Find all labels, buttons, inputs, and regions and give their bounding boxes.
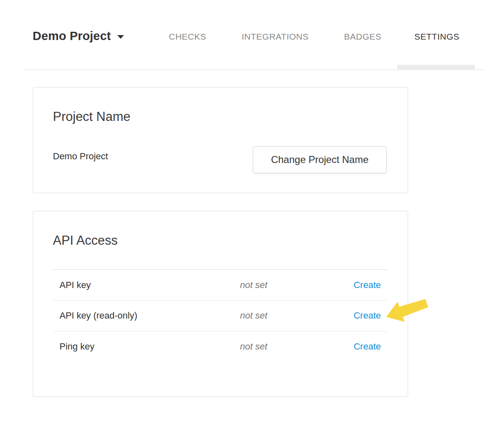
caret-down-icon (117, 35, 124, 39)
table-row-api-key-readonly: API key (read-only) not set Create (53, 300, 388, 331)
tab-checks[interactable]: CHECKS (152, 26, 223, 48)
tab-integrations[interactable]: INTEGRATIONS (223, 26, 328, 48)
project-switcher[interactable]: Demo Project (33, 28, 124, 44)
change-project-name-button[interactable]: Change Project Name (253, 146, 387, 173)
project-name-row: Demo Project Change Project Name (53, 146, 387, 173)
api-keys-table: API key not set Create API key (read-onl… (53, 269, 388, 362)
key-label: Ping key (53, 341, 240, 352)
project-title: Demo Project (33, 28, 111, 44)
key-value: not set (240, 341, 354, 352)
api-access-card: API Access API key not set Create API ke… (33, 211, 408, 397)
key-value: not set (240, 280, 354, 291)
key-label: API key (read-only) (53, 310, 240, 321)
create-api-key-link[interactable]: Create (354, 280, 388, 291)
create-readonly-api-key-link[interactable]: Create (354, 310, 388, 321)
project-settings-page: Demo Project CHECKS INTEGRATIONS BADGES … (0, 0, 504, 437)
tab-badges[interactable]: BADGES (328, 26, 398, 48)
key-label: API key (53, 280, 240, 291)
project-name-card: Project Name Demo Project Change Project… (33, 87, 408, 193)
key-value: not set (240, 310, 354, 321)
header-divider (24, 69, 484, 70)
tab-settings[interactable]: SETTINGS (398, 26, 476, 48)
table-row-ping-key: Ping key not set Create (53, 331, 388, 362)
api-access-card-title: API Access (53, 233, 388, 248)
project-name-value: Demo Project (53, 151, 108, 162)
main-nav: CHECKS INTEGRATIONS BADGES SETTINGS (152, 26, 476, 48)
project-name-card-title: Project Name (53, 109, 388, 125)
table-row-api-key: API key not set Create (53, 269, 388, 300)
create-ping-key-link[interactable]: Create (354, 341, 388, 352)
